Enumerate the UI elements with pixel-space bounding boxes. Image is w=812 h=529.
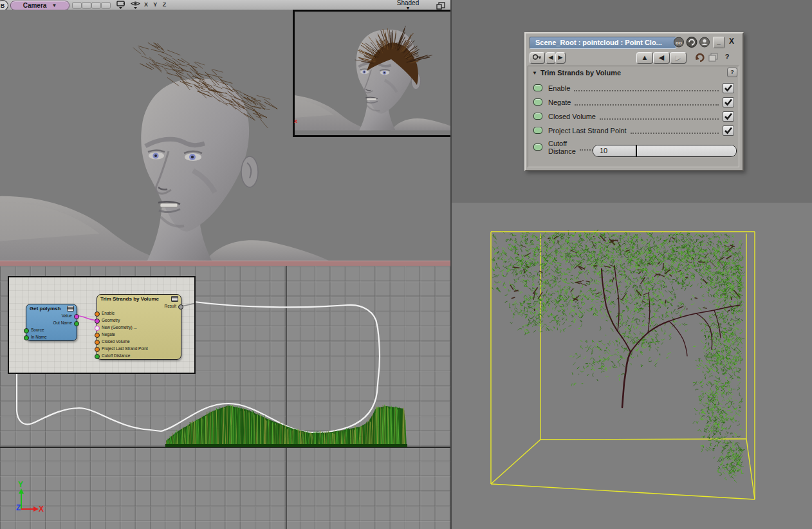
port-dot[interactable]: [178, 304, 183, 310]
section-help-button[interactable]: ?: [727, 68, 737, 77]
param-label: Negate: [548, 98, 571, 106]
slider-track[interactable]: [637, 145, 736, 156]
lock-key-button[interactable]: [530, 52, 545, 64]
volume-cube-front-edges[interactable]: [491, 232, 755, 499]
node-editor-panel[interactable]: Get polymshValueOut NameSourceIn NameTri…: [8, 276, 196, 374]
help-button[interactable]: ?: [722, 52, 732, 62]
param-label: Closed Volume: [548, 113, 596, 120]
shaded-mode-dropdown[interactable]: Shaded ▼: [392, 0, 423, 10]
memo-cam-button-3[interactable]: [91, 2, 101, 9]
copy-layers-icon[interactable]: [708, 53, 720, 64]
param-label: Project Last Strand Point: [548, 127, 627, 135]
port-dot[interactable]: [95, 354, 100, 359]
nav-forward-button[interactable]: ▶: [670, 52, 687, 64]
memo-cam-button-4[interactable]: [101, 2, 111, 9]
tree-viewport: [450, 203, 812, 529]
property-page: ▼ Trim Strands by Volume ? EnableNegateC…: [528, 66, 739, 167]
cutoff-label: Cutoff Distance: [548, 140, 576, 155]
node-title: Get polymsh: [30, 306, 60, 311]
dotted-leader: [631, 127, 719, 134]
port-dot[interactable]: [95, 326, 100, 331]
user-lock-icon[interactable]: [699, 37, 710, 48]
application-window: B Camera ▼ X Y Z Shaded ▼: [0, 0, 812, 529]
port-source[interactable]: Source: [26, 326, 77, 333]
param-row-negate: Negate: [533, 97, 734, 107]
param-row-project-last-strand-point: Project Last Strand Point: [533, 125, 734, 135]
animation-divot[interactable]: [533, 98, 542, 106]
recycle-icon[interactable]: [686, 37, 697, 48]
undo-icon[interactable]: [694, 52, 706, 63]
port-dot[interactable]: [95, 319, 100, 324]
port-dot[interactable]: [74, 314, 79, 319]
node-trim-strands[interactable]: Trim Strands by VolumeResultEnableGeomet…: [97, 294, 181, 360]
animation-divot[interactable]: [533, 113, 542, 120]
section-title: Trim Strands by Volume: [540, 69, 621, 77]
param-row-closed-volume: Closed Volume: [533, 111, 734, 121]
next-button[interactable]: ▶: [555, 52, 566, 64]
viewport-header: B Camera ▼ X Y Z Shaded ▼: [0, 0, 450, 10]
node-title: Trim Strands by Volume: [100, 296, 159, 302]
animation-divot[interactable]: [533, 127, 542, 134]
port-closed-volume[interactable]: Closed Volume: [97, 338, 181, 345]
prev-button[interactable]: ◀: [546, 52, 556, 64]
keep-open-icon[interactable]: oo: [673, 37, 685, 48]
camera-view-label: Camera: [23, 2, 47, 9]
camera-view-dropdown[interactable]: Camera ▼: [10, 1, 69, 10]
node-menu-icon[interactable]: [171, 296, 178, 302]
cutoff-distance-value[interactable]: 10: [593, 145, 637, 156]
port-cutoff-distance[interactable]: Cutoff Distance: [97, 352, 181, 359]
port-dot[interactable]: [24, 335, 29, 340]
param-row-enable: Enable: [533, 83, 734, 93]
chevron-down-icon: ▼: [51, 3, 57, 8]
display-mode-icon[interactable]: [116, 1, 126, 9]
dotted-leader: [600, 113, 719, 120]
port-value[interactable]: Value: [26, 312, 77, 319]
collapse-arrow-icon: ▼: [532, 70, 537, 76]
port-enable[interactable]: Enable: [97, 310, 181, 317]
eye-visibility-icon[interactable]: [130, 1, 140, 9]
property-editor-window: Scene_Root : pointcloud : Point Clo... o…: [524, 32, 744, 171]
animation-divot[interactable]: [533, 84, 542, 91]
node-get-polymsh[interactable]: Get polymshValueOut NameSourceIn Name: [26, 304, 77, 341]
render-region-marker: x: [294, 118, 297, 124]
section-header[interactable]: ▼ Trim Strands by Volume: [532, 69, 735, 77]
port-dot[interactable]: [95, 333, 100, 338]
inset-hair-layer: [295, 12, 450, 135]
checkbox-negate[interactable]: [723, 97, 734, 107]
port-result[interactable]: Result: [97, 302, 181, 310]
port-project-last-strand-point[interactable]: Project Last Strand Point: [97, 345, 181, 352]
memo-cam-button-1[interactable]: [72, 2, 82, 9]
port-dot[interactable]: [95, 347, 100, 352]
trim-volume-box-front: [452, 203, 812, 529]
svg-text:oo: oo: [676, 40, 682, 46]
nav-up-button[interactable]: ▲: [636, 52, 653, 64]
port-out-name[interactable]: Out Name: [26, 319, 77, 326]
close-button[interactable]: X: [726, 37, 737, 47]
dotted-leader: [574, 84, 719, 91]
dotted-leader: [575, 98, 719, 106]
checkbox-enable[interactable]: [723, 83, 734, 93]
port-dot[interactable]: [74, 321, 79, 326]
param-label: Enable: [548, 84, 570, 92]
port-dot[interactable]: [95, 340, 100, 345]
port-new-geometry-[interactable]: New (Geometry) ...: [97, 324, 181, 331]
nav-back-button[interactable]: ◀: [653, 52, 670, 64]
cutoff-distance-slider[interactable]: 10: [593, 145, 737, 157]
viewport-maximize-icon[interactable]: [436, 1, 445, 8]
window-title[interactable]: Scene_Root : pointcloud : Point Clo...: [530, 37, 676, 49]
checkbox-closed-volume[interactable]: [723, 111, 734, 122]
xyz-axis-toggle[interactable]: X Y Z: [144, 1, 168, 8]
tree-trunk: [602, 266, 740, 407]
memo-cam-button-2[interactable]: [82, 2, 91, 9]
node-menu-icon[interactable]: [67, 306, 74, 311]
checkbox-project-last-strand-point[interactable]: [723, 125, 734, 136]
render-region-inset[interactable]: [293, 10, 452, 137]
port-geometry[interactable]: Geometry: [97, 317, 181, 324]
property-toolbar: ◀ ▶ ▲ ◀ ▶ ?: [526, 51, 740, 65]
port-dot[interactable]: [24, 328, 29, 333]
port-dot[interactable]: [95, 311, 100, 317]
minimize-button[interactable]: _: [713, 37, 724, 48]
port-negate[interactable]: Negate: [97, 331, 181, 338]
animation-divot[interactable]: [533, 144, 542, 151]
port-in-name[interactable]: In Name: [26, 333, 77, 340]
